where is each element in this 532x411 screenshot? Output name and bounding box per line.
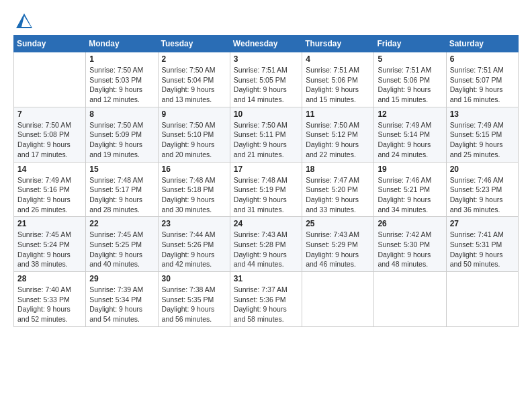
calendar-cell: 6Sunrise: 7:51 AMSunset: 5:07 PMDaylight… xyxy=(446,52,518,107)
daylight-text: Daylight: 9 hoursand 21 minutes. xyxy=(234,140,298,159)
daylight-text: Daylight: 9 hoursand 17 minutes. xyxy=(17,140,82,159)
sunset-text: Sunset: 5:05 PM xyxy=(234,75,298,85)
day-info: Sunrise: 7:45 AMSunset: 5:24 PMDaylight:… xyxy=(17,230,82,269)
daylight-text: Daylight: 9 hoursand 16 minutes. xyxy=(450,85,515,104)
day-info: Sunrise: 7:50 AMSunset: 5:12 PMDaylight:… xyxy=(306,120,370,160)
sunrise-text: Sunrise: 7:37 AM xyxy=(234,285,298,295)
day-info: Sunrise: 7:43 AMSunset: 5:29 PMDaylight:… xyxy=(306,230,370,269)
sunset-text: Sunset: 5:23 PM xyxy=(450,185,515,195)
sunset-text: Sunset: 5:11 PM xyxy=(234,130,298,140)
day-info: Sunrise: 7:51 AMSunset: 5:07 PMDaylight:… xyxy=(450,65,515,105)
day-info: Sunrise: 7:48 AMSunset: 5:17 PMDaylight:… xyxy=(89,175,154,215)
day-number: 25 xyxy=(306,219,370,228)
sunset-text: Sunset: 5:34 PM xyxy=(89,295,154,305)
calendar-week-row: 7Sunrise: 7:50 AMSunset: 5:08 PMDaylight… xyxy=(14,107,519,162)
day-info: Sunrise: 7:51 AMSunset: 5:06 PMDaylight:… xyxy=(306,65,370,105)
daylight-text: Daylight: 9 hoursand 30 minutes. xyxy=(162,195,226,214)
sunset-text: Sunset: 5:30 PM xyxy=(378,240,442,250)
day-number: 10 xyxy=(234,109,298,119)
weekday-header-thursday: Thursday xyxy=(302,36,374,52)
sunset-text: Sunset: 5:33 PM xyxy=(17,295,82,305)
daylight-text: Daylight: 9 hoursand 34 minutes. xyxy=(378,195,442,214)
sunset-text: Sunset: 5:06 PM xyxy=(306,75,370,85)
sunset-text: Sunset: 5:29 PM xyxy=(306,240,370,250)
sunrise-text: Sunrise: 7:39 AM xyxy=(89,285,154,295)
weekday-header-tuesday: Tuesday xyxy=(158,36,230,52)
sunrise-text: Sunrise: 7:50 AM xyxy=(162,65,226,75)
calendar-week-row: 14Sunrise: 7:49 AMSunset: 5:16 PMDayligh… xyxy=(14,162,519,217)
weekday-header-monday: Monday xyxy=(86,36,158,52)
sunrise-text: Sunrise: 7:50 AM xyxy=(89,65,154,75)
day-info: Sunrise: 7:49 AMSunset: 5:16 PMDaylight:… xyxy=(17,175,82,215)
calendar-cell: 12Sunrise: 7:49 AMSunset: 5:14 PMDayligh… xyxy=(374,107,446,162)
sunrise-text: Sunrise: 7:49 AM xyxy=(17,175,82,185)
weekday-header-friday: Friday xyxy=(374,36,446,52)
day-number: 7 xyxy=(17,109,82,119)
weekday-header-wednesday: Wednesday xyxy=(230,36,302,52)
day-number: 22 xyxy=(89,219,154,228)
weekday-header-sunday: Sunday xyxy=(14,36,86,52)
calendar-cell: 23Sunrise: 7:44 AMSunset: 5:26 PMDayligh… xyxy=(158,217,230,272)
sunset-text: Sunset: 5:08 PM xyxy=(17,130,82,140)
day-info: Sunrise: 7:51 AMSunset: 5:06 PMDaylight:… xyxy=(378,65,442,105)
day-number: 27 xyxy=(450,219,515,228)
sunrise-text: Sunrise: 7:51 AM xyxy=(450,65,515,75)
calendar-cell: 9Sunrise: 7:50 AMSunset: 5:10 PMDaylight… xyxy=(158,107,230,162)
daylight-text: Daylight: 9 hoursand 31 minutes. xyxy=(234,195,298,214)
day-info: Sunrise: 7:50 AMSunset: 5:08 PMDaylight:… xyxy=(17,120,82,160)
day-info: Sunrise: 7:50 AMSunset: 5:09 PMDaylight:… xyxy=(89,120,154,160)
calendar-cell: 7Sunrise: 7:50 AMSunset: 5:08 PMDaylight… xyxy=(14,107,86,162)
day-info: Sunrise: 7:46 AMSunset: 5:21 PMDaylight:… xyxy=(378,175,442,215)
daylight-text: Daylight: 9 hoursand 24 minutes. xyxy=(378,140,442,159)
daylight-text: Daylight: 9 hoursand 15 minutes. xyxy=(378,85,442,104)
sunrise-text: Sunrise: 7:51 AM xyxy=(306,65,370,75)
sunrise-text: Sunrise: 7:51 AM xyxy=(378,65,442,75)
calendar-cell: 25Sunrise: 7:43 AMSunset: 5:29 PMDayligh… xyxy=(302,217,374,272)
sunrise-text: Sunrise: 7:49 AM xyxy=(378,120,442,130)
day-info: Sunrise: 7:49 AMSunset: 5:14 PMDaylight:… xyxy=(378,120,442,160)
day-number: 21 xyxy=(17,219,82,228)
daylight-text: Daylight: 9 hoursand 50 minutes. xyxy=(450,250,515,269)
calendar-cell: 2Sunrise: 7:50 AMSunset: 5:04 PMDaylight… xyxy=(158,52,230,107)
sunset-text: Sunset: 5:31 PM xyxy=(450,240,515,250)
logo-icon xyxy=(15,12,34,31)
calendar-week-row: 21Sunrise: 7:45 AMSunset: 5:24 PMDayligh… xyxy=(14,217,519,272)
daylight-text: Daylight: 9 hoursand 40 minutes. xyxy=(89,250,154,269)
sunset-text: Sunset: 5:19 PM xyxy=(234,185,298,195)
calendar-cell xyxy=(374,272,446,327)
daylight-text: Daylight: 9 hoursand 12 minutes. xyxy=(89,85,154,104)
daylight-text: Daylight: 9 hoursand 15 minutes. xyxy=(306,85,370,104)
day-number: 31 xyxy=(234,274,298,283)
sunset-text: Sunset: 5:15 PM xyxy=(450,130,515,140)
day-number: 4 xyxy=(306,54,370,64)
daylight-text: Daylight: 9 hoursand 25 minutes. xyxy=(450,140,515,159)
day-info: Sunrise: 7:50 AMSunset: 5:10 PMDaylight:… xyxy=(162,120,226,160)
sunrise-text: Sunrise: 7:42 AM xyxy=(378,230,442,240)
daylight-text: Daylight: 9 hoursand 54 minutes. xyxy=(89,304,154,324)
sunrise-text: Sunrise: 7:44 AM xyxy=(162,230,226,240)
sunset-text: Sunset: 5:07 PM xyxy=(450,75,515,85)
day-info: Sunrise: 7:40 AMSunset: 5:33 PMDaylight:… xyxy=(17,285,82,324)
calendar-cell: 16Sunrise: 7:48 AMSunset: 5:18 PMDayligh… xyxy=(158,162,230,217)
day-number: 16 xyxy=(162,165,226,174)
sunset-text: Sunset: 5:14 PM xyxy=(378,130,442,140)
calendar-cell: 26Sunrise: 7:42 AMSunset: 5:30 PMDayligh… xyxy=(374,217,446,272)
day-info: Sunrise: 7:49 AMSunset: 5:15 PMDaylight:… xyxy=(450,120,515,160)
calendar-cell: 15Sunrise: 7:48 AMSunset: 5:17 PMDayligh… xyxy=(86,162,158,217)
page: SundayMondayTuesdayWednesdayThursdayFrid… xyxy=(0,0,532,411)
day-number: 5 xyxy=(378,54,442,64)
day-number: 3 xyxy=(234,54,298,64)
day-number: 18 xyxy=(306,165,370,174)
calendar-cell: 10Sunrise: 7:50 AMSunset: 5:11 PMDayligh… xyxy=(230,107,302,162)
day-info: Sunrise: 7:50 AMSunset: 5:03 PMDaylight:… xyxy=(89,65,154,105)
day-number: 19 xyxy=(378,165,442,174)
calendar-cell xyxy=(14,52,86,107)
day-number: 8 xyxy=(89,109,154,119)
daylight-text: Daylight: 9 hoursand 26 minutes. xyxy=(17,195,82,214)
daylight-text: Daylight: 9 hoursand 28 minutes. xyxy=(89,195,154,214)
daylight-text: Daylight: 9 hoursand 52 minutes. xyxy=(17,304,82,324)
day-number: 12 xyxy=(378,109,442,119)
calendar-cell: 3Sunrise: 7:51 AMSunset: 5:05 PMDaylight… xyxy=(230,52,302,107)
day-number: 26 xyxy=(378,219,442,228)
day-info: Sunrise: 7:41 AMSunset: 5:31 PMDaylight:… xyxy=(450,230,515,269)
